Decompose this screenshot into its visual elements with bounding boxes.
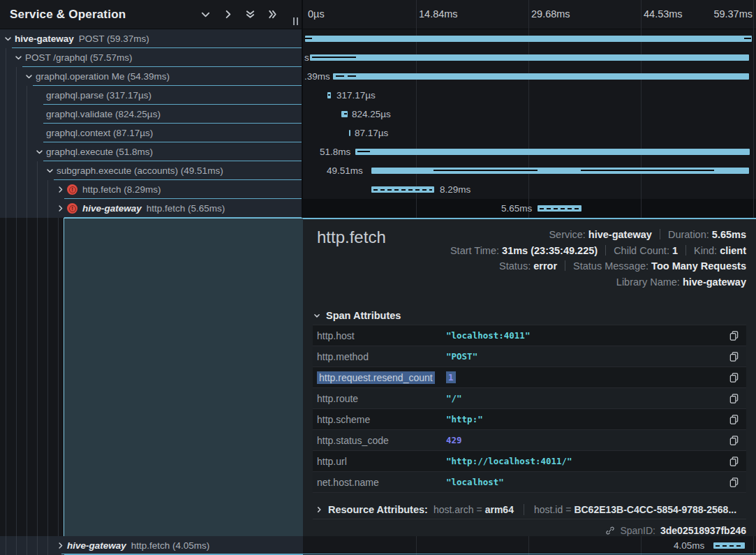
tree-row[interactable]: hive-gateway http.fetch (4.05ms) [0,536,303,555]
span-id-row: SpanID: 3de02518937fb246 [605,525,746,536]
attribute-value: "/" [446,393,725,404]
tree-row[interactable]: graphql.operation Me (54.39ms) [0,67,302,86]
span-bar[interactable] [333,73,749,80]
error-icon: ! [67,203,77,214]
service-value: hive-gateway [588,229,652,240]
link-icon[interactable] [605,526,615,535]
copy-icon[interactable] [725,372,739,383]
attribute-key: net.host.name [317,477,446,488]
timeline-panel: 0µs 14.84ms 29.68ms 44.53ms 59.37ms s .3… [303,0,756,555]
copy-icon[interactable] [725,393,739,404]
attribute-value: "localhost:4011" [446,330,725,341]
attribute-value: "http://localhost:4011/" [446,456,725,466]
attribute-key: http.url [317,456,446,467]
tree-row[interactable]: POST /graphql (57.57ms) [0,48,302,67]
attribute-row: http.scheme "http:" [313,409,746,430]
service-name: hive-gateway [67,540,126,551]
tree-row-selected[interactable]: ! hive-gateway http.fetch (5.65ms) [0,199,302,218]
copy-icon[interactable] [725,414,739,424]
collapse-one-icon[interactable] [200,9,211,20]
span-bar[interactable] [538,205,581,212]
selected-span-highlight [64,218,303,536]
chevron-down-icon[interactable] [25,73,36,80]
tree-row[interactable]: graphql.context (87.17µs) [0,124,302,142]
service-name: hive-gateway [82,203,142,214]
panel-resize-handle[interactable] [293,17,298,25]
operation-name: graphql.validate (824.25µs) [46,109,161,119]
tree-row[interactable]: ! http.fetch (8.29ms) [0,180,302,199]
error-icon: ! [67,184,77,195]
child-count-label: Child Count: [614,245,669,256]
tick-label: 44.53ms [644,8,683,20]
timeline-top: 0µs 14.84ms 29.68ms 44.53ms 59.37ms s .3… [303,0,756,218]
span-attributes-title: Span Attributes [326,310,401,321]
span-duration-label: 4.05ms [674,536,704,555]
chevron-down-icon[interactable] [46,167,57,175]
copy-icon[interactable] [725,456,739,466]
expand-all-icon[interactable] [267,9,278,20]
meta-line: Library Name: hive-gateway [450,274,746,290]
attribute-key: http.scheme [317,414,446,425]
attribute-row: http.method "POST" [313,346,746,367]
span-bar[interactable] [349,130,350,136]
chevron-right-icon[interactable] [57,186,67,193]
timeline-row: 824.25µs [303,105,756,124]
copy-icon[interactable] [725,477,739,487]
timeline-header: 0µs 14.84ms 29.68ms 44.53ms 59.37ms [303,0,756,29]
tree-row[interactable]: graphql.validate (824.25µs) [0,105,302,124]
tick-label: 14.84ms [419,8,458,20]
timeline-row: 317.17µs [303,86,756,105]
kind-value: client [720,245,746,256]
span-bar[interactable] [305,36,752,42]
library-name-value: hive-gateway [683,276,746,288]
span-bar[interactable] [327,92,331,98]
chevron-right-icon[interactable] [57,205,67,212]
span-bar[interactable] [371,168,749,174]
service-name: hive-gateway [15,34,74,44]
span-bar[interactable] [355,149,750,155]
start-time-value: 31ms (23:35:49.225) [502,245,598,256]
tree-row[interactable]: subgraph.execute (accounts) (49.51ms) [0,161,302,180]
attribute-row: http.url "http://localhost:4011/" [313,451,746,472]
expand-one-icon[interactable] [223,9,233,20]
attribute-key: http.host [317,330,446,341]
resource-pair: host.id=BC62E13B-C4CC-5854-9788-2568... [534,504,736,515]
tree-row[interactable]: graphql.execute (51.8ms) [0,142,302,161]
span-duration-label: 317.17µs [336,86,376,105]
collapse-all-icon[interactable] [245,9,255,20]
copy-icon[interactable] [725,351,739,362]
operation-name: graphql.operation Me (54.39ms) [36,71,170,82]
timeline-row: s [303,48,756,67]
copy-icon[interactable] [725,435,739,445]
bottom-row-underline [61,554,756,554]
chevron-right-icon [316,506,323,513]
operation-name: POST /graphql (57.57ms) [25,52,133,63]
attribute-row: http.route "/" [313,388,746,409]
span-attributes-table: http.host "localhost:4011" http.method "… [313,325,746,493]
span-id-label: SpanID: [620,525,655,536]
chevron-down-icon[interactable] [36,148,46,156]
chevron-down-icon[interactable] [4,35,15,43]
span-bar[interactable] [713,542,745,549]
tree-row[interactable]: hive-gateway POST (59.37ms) [0,29,302,48]
copy-icon[interactable] [725,330,739,341]
tree-header-icons [200,9,278,20]
span-bar[interactable] [341,111,348,117]
operation-name: graphql.parse (317.17µs) [46,90,151,101]
tick-label: 29.68ms [531,8,570,20]
operation-name: subgraph.execute (accounts) (49.51ms) [57,165,223,176]
resource-attributes-title: Resource Attributes: [328,504,428,515]
attribute-value: 429 [446,435,725,445]
span-bar[interactable] [310,54,749,61]
resource-attributes-row[interactable]: Resource Attributes: host.arch=arm64 hos… [313,500,746,519]
span-attributes-header[interactable]: Span Attributes [313,310,401,321]
span-duration-label: 5.65ms [501,199,532,218]
span-duration-label: s [304,48,309,67]
attribute-key: http.status_code [317,435,446,446]
span-bar[interactable] [371,186,434,193]
attribute-row: http.status_code 429 [313,430,746,451]
span-tree-panel: Service & Operation hive-gateway POST (5… [0,0,303,555]
chevron-down-icon[interactable] [15,54,25,61]
tree-row[interactable]: graphql.parse (317.17µs) [0,86,302,105]
chevron-right-icon[interactable] [57,542,67,549]
